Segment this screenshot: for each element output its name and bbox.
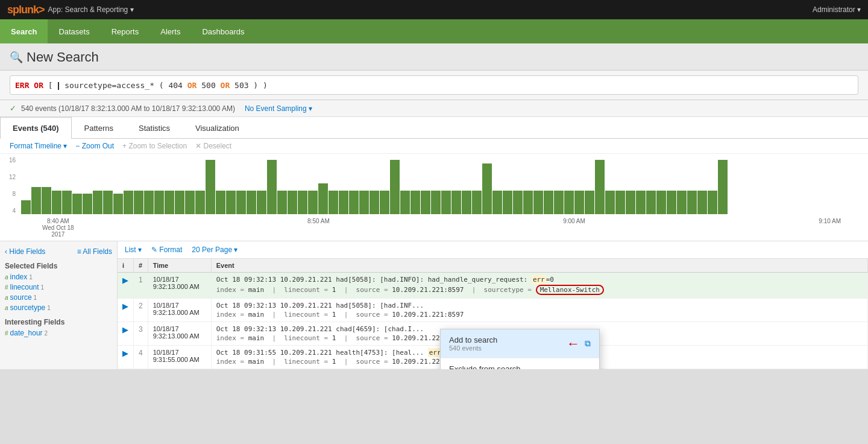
chart-xaxis: 8:40 AMWed Oct 182017 8:50 AM 9:00 AM 9:… (21, 215, 862, 238)
nav-alerts[interactable]: Alerts (149, 19, 191, 43)
per-page-dropdown[interactable]: 20 Per Page ▾ (192, 246, 237, 254)
chart-bar (492, 191, 502, 214)
col-num: # (134, 259, 148, 273)
tab-patterns[interactable]: Patterns (72, 117, 126, 139)
format-timeline-dropdown[interactable]: Format Timeline ▾ (10, 142, 67, 150)
row-event-2[interactable]: Oct 18 09:32:13 10.209.21.221 had[5058]:… (211, 299, 867, 322)
list-dropdown[interactable]: List ▾ (125, 246, 142, 254)
chart-bar (195, 191, 205, 214)
row-expand-1[interactable]: ▶ (118, 273, 134, 299)
chart-bar (154, 191, 164, 214)
chart-bar (185, 191, 195, 214)
query-display: ERR OR [ sourcetype=access_* ( 404 OR 50… (15, 81, 268, 90)
chart-bar (615, 191, 625, 214)
row-expand-2[interactable]: ▶ (118, 299, 134, 322)
chart-bar (247, 191, 256, 214)
events-toolbar: List ▾ ✎ Format 20 Per Page ▾ (118, 241, 868, 259)
chart-bar (216, 191, 225, 214)
nav-reports[interactable]: Reports (101, 19, 150, 43)
chart-bar (62, 191, 72, 214)
hide-fields-link[interactable]: ‹ Hide Fields (5, 247, 45, 256)
chart-bar (554, 191, 564, 214)
chart-bar (359, 191, 369, 214)
chart-bar (656, 191, 666, 214)
row-time-3: 10/18/179:32:13.000 AM (148, 322, 211, 346)
popup-external-link-1[interactable]: ⧉ (585, 338, 591, 349)
zoom-selection-btn[interactable]: + Zoom to Selection (122, 142, 187, 150)
tab-statistics[interactable]: Statistics (126, 117, 183, 139)
row-time-4: 10/18/179:31:55.000 AM (148, 346, 211, 369)
status-bar: ✓ 540 events (10/18/17 8:32:13.000 AM to… (0, 100, 868, 117)
chart-bar (21, 200, 31, 214)
field-sourcetype[interactable]: a sourcetype 1 (5, 303, 112, 312)
field-index[interactable]: a index 1 (5, 273, 112, 281)
chart-bar (308, 191, 318, 214)
row-expand-4[interactable]: ▶ (118, 346, 134, 369)
field-date-hour[interactable]: # date_hour 2 (5, 329, 112, 337)
chart-bar (144, 191, 154, 214)
chart-bar (462, 191, 471, 214)
chart-bar (370, 191, 379, 214)
app-name[interactable]: App: Search & Reporting ▾ (48, 5, 134, 14)
chart-bar (339, 191, 348, 214)
deselect-btn[interactable]: ✕ Deselect (195, 142, 231, 150)
status-check: ✓ (10, 104, 16, 113)
chart-bar (390, 160, 400, 214)
chart-bar (431, 191, 441, 214)
search-input[interactable]: ERR OR [ sourcetype=access_* ( 404 OR 50… (10, 75, 858, 95)
chart-bar (605, 191, 615, 214)
chart-bar (277, 191, 287, 214)
chart-bar (574, 191, 584, 214)
page-title-bar: 🔍 New Search (0, 43, 868, 71)
zoom-out-btn[interactable]: − Zoom Out (75, 142, 114, 150)
col-event: Event (211, 259, 867, 273)
chart-bar (103, 191, 113, 214)
row-event-1[interactable]: Oct 18 09:32:13 10.209.21.221 had[5058]:… (211, 273, 867, 299)
row-num-3: 3 (134, 322, 148, 346)
chart-bar (175, 191, 184, 214)
field-linecount[interactable]: # linecount 1 (5, 283, 112, 291)
page-title: New Search (27, 49, 99, 65)
status-events: 540 events (10/18/17 8:32:13.000 AM to 1… (21, 104, 235, 113)
sampling-dropdown[interactable]: No Event Sampling ▾ (245, 104, 312, 113)
chart-bar (585, 191, 594, 214)
chart-bar (113, 194, 123, 214)
popup-external-link-2[interactable]: ⧉ (585, 367, 591, 369)
chart-bar (288, 191, 297, 214)
chart-bar (451, 191, 461, 214)
nav-dashboards[interactable]: Dashboards (191, 19, 255, 43)
admin-menu[interactable]: Administrator ▾ (813, 5, 861, 14)
navbar: Search Datasets Reports Alerts Dashboard… (0, 19, 868, 43)
tab-visualization[interactable]: Visualization (183, 117, 252, 139)
chart-bar (318, 183, 328, 214)
row-time-2: 10/18/179:32:13.000 AM (148, 299, 211, 322)
format-btn[interactable]: ✎ Format (151, 246, 182, 254)
field-source[interactable]: a source 1 (5, 293, 112, 302)
nav-search[interactable]: Search (0, 19, 48, 43)
row-expand-3[interactable]: ▶ (118, 322, 134, 346)
row-num-4: 4 (134, 346, 148, 369)
popup-add-to-search[interactable]: Add to search 540 events ← ⧉ (441, 329, 599, 358)
chart-bar (52, 191, 61, 214)
chart-bar (257, 191, 266, 214)
chart-bar (42, 187, 51, 214)
tab-events[interactable]: Events (540) (0, 117, 72, 139)
chart-bar (83, 194, 92, 214)
chart-bar (421, 191, 430, 214)
popup-arrow-icon: ← (567, 336, 580, 352)
chart-area[interactable]: 16 12 8 4 8:40 AMWed Oct 182017 8:50 AM … (0, 154, 868, 241)
chart-bar (595, 160, 605, 214)
nav-datasets[interactable]: Datasets (48, 19, 100, 43)
chart-bar (329, 191, 338, 214)
main-content: ‹ Hide Fields ≡ All Fields Selected Fiel… (0, 241, 868, 369)
sidebar-top: ‹ Hide Fields ≡ All Fields (5, 247, 112, 256)
all-fields-link[interactable]: ≡ All Fields (77, 247, 112, 256)
chart-bar (134, 191, 143, 214)
search-icon-large: 🔍 (10, 51, 23, 64)
popup-exclude-search[interactable]: Exclude from search 0 events ⧉ (441, 358, 599, 369)
chart-bar (626, 191, 635, 214)
interesting-fields-title: Interesting Fields (5, 318, 112, 326)
chart-bar (513, 191, 523, 214)
chart-bar (646, 191, 656, 214)
chart-bar (718, 160, 728, 214)
